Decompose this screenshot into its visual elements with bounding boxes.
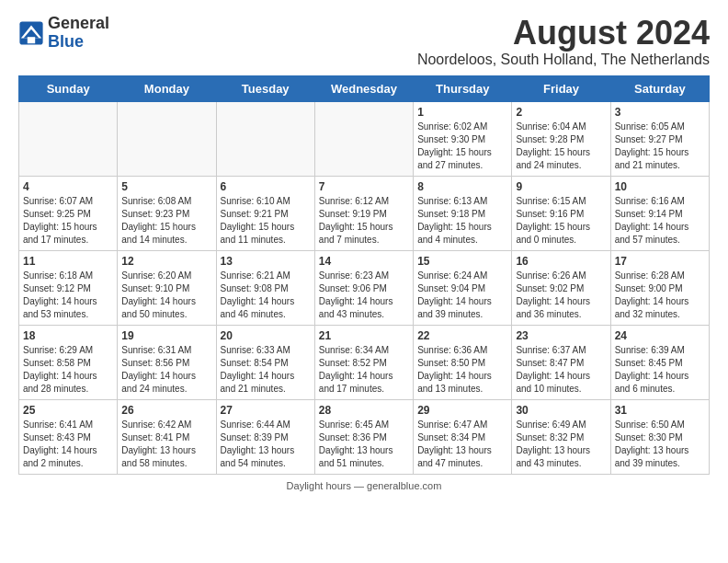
day-number: 12 [121, 255, 211, 268]
day-info: Sunrise: 6:23 AMSunset: 9:06 PMDaylight:… [319, 270, 409, 321]
day-number: 21 [319, 329, 409, 342]
calendar-cell: 27Sunrise: 6:44 AMSunset: 8:39 PMDayligh… [216, 399, 314, 474]
day-number: 23 [516, 329, 606, 342]
title-area: August 2024 Noordeloos, South Holland, T… [417, 15, 710, 68]
day-number: 6 [221, 180, 311, 193]
calendar-cell: 4Sunrise: 6:07 AMSunset: 9:25 PMDaylight… [19, 176, 118, 250]
day-number: 31 [615, 404, 705, 417]
calendar-cell: 5Sunrise: 6:08 AMSunset: 9:23 PMDaylight… [118, 176, 216, 250]
day-info: Sunrise: 6:33 AMSunset: 8:54 PMDaylight:… [221, 344, 311, 396]
calendar-cell: 20Sunrise: 6:33 AMSunset: 8:54 PMDayligh… [216, 325, 314, 399]
day-info: Sunrise: 6:42 AMSunset: 8:41 PMDaylight:… [121, 419, 211, 470]
day-info: Sunrise: 6:04 AMSunset: 9:28 PMDaylight:… [516, 121, 606, 172]
col-monday: Monday [118, 75, 216, 101]
day-number: 1 [417, 106, 507, 119]
day-info: Sunrise: 6:16 AMSunset: 9:14 PMDaylight:… [615, 195, 705, 247]
col-sunday: Sunday [19, 75, 118, 101]
calendar-week-3: 11Sunrise: 6:18 AMSunset: 9:12 PMDayligh… [19, 250, 710, 325]
day-info: Sunrise: 6:21 AMSunset: 9:08 PMDaylight:… [221, 270, 311, 321]
calendar-table: Sunday Monday Tuesday Wednesday Thursday… [18, 75, 710, 475]
day-number: 29 [417, 404, 507, 417]
header: General Blue August 2024 Noordeloos, Sou… [18, 15, 710, 68]
day-number: 18 [23, 329, 113, 342]
calendar-week-4: 18Sunrise: 6:29 AMSunset: 8:58 PMDayligh… [19, 325, 710, 399]
day-info: Sunrise: 6:41 AMSunset: 8:43 PMDaylight:… [23, 419, 113, 470]
calendar-cell: 6Sunrise: 6:10 AMSunset: 9:21 PMDaylight… [216, 176, 314, 250]
calendar-cell: 1Sunrise: 6:02 AMSunset: 9:30 PMDaylight… [414, 101, 512, 176]
calendar-cell: 12Sunrise: 6:20 AMSunset: 9:10 PMDayligh… [118, 250, 216, 325]
day-number: 25 [23, 404, 113, 417]
calendar-cell: 29Sunrise: 6:47 AMSunset: 8:34 PMDayligh… [414, 399, 512, 474]
day-info: Sunrise: 6:20 AMSunset: 9:10 PMDaylight:… [121, 270, 211, 321]
day-number: 13 [221, 255, 311, 268]
day-number: 8 [417, 180, 507, 193]
svg-rect-3 [28, 37, 35, 43]
day-number: 17 [615, 255, 705, 268]
day-info: Sunrise: 6:36 AMSunset: 8:50 PMDaylight:… [417, 344, 507, 396]
calendar-cell: 3Sunrise: 6:05 AMSunset: 9:27 PMDaylight… [610, 101, 709, 176]
calendar-cell: 26Sunrise: 6:42 AMSunset: 8:41 PMDayligh… [118, 399, 216, 474]
day-info: Sunrise: 6:44 AMSunset: 8:39 PMDaylight:… [221, 419, 311, 470]
calendar-cell: 24Sunrise: 6:39 AMSunset: 8:45 PMDayligh… [610, 325, 709, 399]
day-number: 10 [615, 180, 705, 193]
calendar-cell: 25Sunrise: 6:41 AMSunset: 8:43 PMDayligh… [19, 399, 118, 474]
day-number: 22 [417, 329, 507, 342]
day-info: Sunrise: 6:47 AMSunset: 8:34 PMDaylight:… [417, 419, 507, 470]
day-number: 27 [221, 404, 311, 417]
calendar-cell: 9Sunrise: 6:15 AMSunset: 9:16 PMDaylight… [512, 176, 610, 250]
day-number: 7 [319, 180, 409, 193]
day-number: 3 [615, 106, 705, 119]
calendar-cell: 21Sunrise: 6:34 AMSunset: 8:52 PMDayligh… [314, 325, 413, 399]
col-friday: Friday [512, 75, 610, 101]
day-number: 19 [121, 329, 211, 342]
calendar-cell [118, 101, 216, 176]
day-number: 2 [516, 106, 606, 119]
day-number: 20 [221, 329, 311, 342]
col-thursday: Thursday [414, 75, 512, 101]
day-info: Sunrise: 6:50 AMSunset: 8:30 PMDaylight:… [615, 419, 705, 470]
day-number: 5 [121, 180, 211, 193]
day-info: Sunrise: 6:26 AMSunset: 9:02 PMDaylight:… [516, 270, 606, 321]
calendar-cell: 11Sunrise: 6:18 AMSunset: 9:12 PMDayligh… [19, 250, 118, 325]
logo-text: General Blue [48, 15, 109, 52]
calendar-cell: 7Sunrise: 6:12 AMSunset: 9:19 PMDaylight… [314, 176, 413, 250]
calendar-cell: 28Sunrise: 6:45 AMSunset: 8:36 PMDayligh… [314, 399, 413, 474]
footer: Daylight hours — generalblue.com [18, 480, 710, 491]
logo-icon [18, 20, 44, 46]
calendar-cell [216, 101, 314, 176]
calendar-cell: 16Sunrise: 6:26 AMSunset: 9:02 PMDayligh… [512, 250, 610, 325]
calendar-cell [314, 101, 413, 176]
calendar-cell: 2Sunrise: 6:04 AMSunset: 9:28 PMDaylight… [512, 101, 610, 176]
day-info: Sunrise: 6:13 AMSunset: 9:18 PMDaylight:… [417, 195, 507, 247]
calendar-cell: 13Sunrise: 6:21 AMSunset: 9:08 PMDayligh… [216, 250, 314, 325]
calendar-cell: 8Sunrise: 6:13 AMSunset: 9:18 PMDaylight… [414, 176, 512, 250]
day-info: Sunrise: 6:34 AMSunset: 8:52 PMDaylight:… [319, 344, 409, 396]
day-info: Sunrise: 6:31 AMSunset: 8:56 PMDaylight:… [121, 344, 211, 396]
day-number: 16 [516, 255, 606, 268]
day-number: 11 [23, 255, 113, 268]
calendar-cell: 15Sunrise: 6:24 AMSunset: 9:04 PMDayligh… [414, 250, 512, 325]
day-info: Sunrise: 6:02 AMSunset: 9:30 PMDaylight:… [417, 121, 507, 172]
day-number: 24 [615, 329, 705, 342]
day-info: Sunrise: 6:28 AMSunset: 9:00 PMDaylight:… [615, 270, 705, 321]
calendar-cell: 10Sunrise: 6:16 AMSunset: 9:14 PMDayligh… [610, 176, 709, 250]
day-info: Sunrise: 6:24 AMSunset: 9:04 PMDaylight:… [417, 270, 507, 321]
day-info: Sunrise: 6:15 AMSunset: 9:16 PMDaylight:… [516, 195, 606, 247]
day-info: Sunrise: 6:08 AMSunset: 9:23 PMDaylight:… [121, 195, 211, 247]
day-info: Sunrise: 6:39 AMSunset: 8:45 PMDaylight:… [615, 344, 705, 396]
day-info: Sunrise: 6:07 AMSunset: 9:25 PMDaylight:… [23, 195, 113, 247]
calendar-cell: 17Sunrise: 6:28 AMSunset: 9:00 PMDayligh… [610, 250, 709, 325]
day-info: Sunrise: 6:37 AMSunset: 8:47 PMDaylight:… [516, 344, 606, 396]
day-number: 26 [121, 404, 211, 417]
day-info: Sunrise: 6:05 AMSunset: 9:27 PMDaylight:… [615, 121, 705, 172]
calendar-cell: 23Sunrise: 6:37 AMSunset: 8:47 PMDayligh… [512, 325, 610, 399]
day-info: Sunrise: 6:49 AMSunset: 8:32 PMDaylight:… [516, 419, 606, 470]
day-number: 9 [516, 180, 606, 193]
calendar-cell: 19Sunrise: 6:31 AMSunset: 8:56 PMDayligh… [118, 325, 216, 399]
calendar-body: 1Sunrise: 6:02 AMSunset: 9:30 PMDaylight… [19, 101, 710, 474]
day-number: 15 [417, 255, 507, 268]
day-info: Sunrise: 6:12 AMSunset: 9:19 PMDaylight:… [319, 195, 409, 247]
daylight-label: Daylight hours [287, 480, 351, 491]
source-text: generalblue.com [367, 480, 441, 491]
day-number: 4 [23, 180, 113, 193]
